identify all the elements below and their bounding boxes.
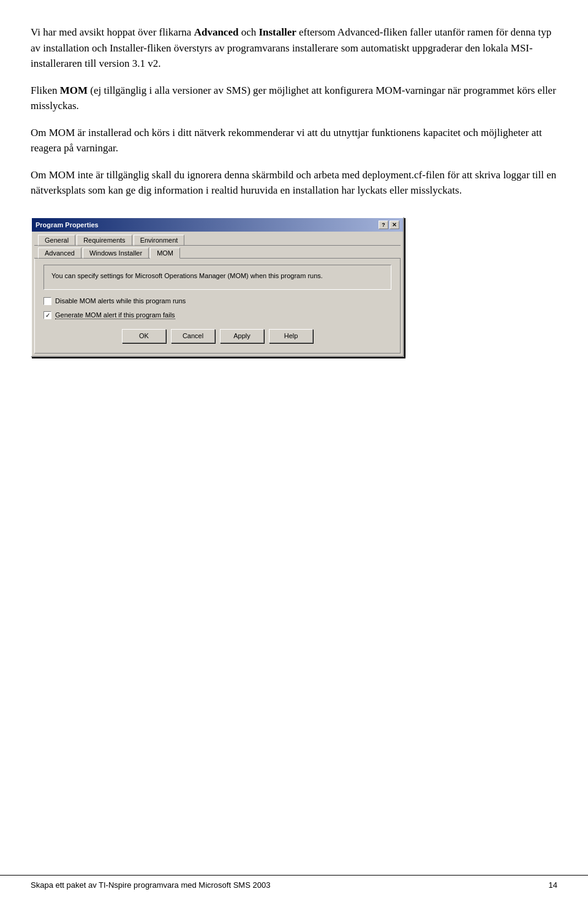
page-number: 14 [549,880,557,890]
tab-advanced[interactable]: Advanced [38,248,81,259]
apply-button[interactable]: Apply [220,329,264,343]
paragraph-2: Fliken MOM (ej tillgänglig i alla versio… [31,83,557,114]
ok-button[interactable]: OK [122,329,166,343]
tabs-row2: Advanced Windows Installer MOM [34,246,401,259]
help-titlebar-button[interactable]: ? [379,221,388,229]
help-button[interactable]: Help [269,329,313,343]
paragraph-4: Om MOM inte är tillgänglig skall du igno… [31,167,557,199]
page-footer: Skapa ett paket av TI-Nspire programvara… [0,875,588,890]
dialog-info-frame: You can specify settings for Microsoft O… [43,265,391,290]
tab-windows-installer[interactable]: Windows Installer [83,248,149,259]
dialog-title: Program Properties [36,221,99,229]
checkbox2-label: Generate MOM alert if this program fails [55,311,175,319]
dialog-info-text: You can specify settings for Microsoft O… [51,271,383,281]
tab-general[interactable]: General [38,235,75,246]
tabs-row1: General Requirements Environment [34,232,401,246]
footer-text: Skapa ett paket av TI-Nspire programvara… [31,880,270,890]
cancel-button[interactable]: Cancel [171,329,215,343]
dialog-container: Program Properties ? ✕ General Requireme… [31,217,557,357]
checkbox2-row: Generate MOM alert if this program fails [43,311,391,319]
checkbox1-row: Disable MOM alerts while this program ru… [43,297,391,305]
paragraph-1: Vi har med avsikt hoppat över flikarna A… [31,25,557,72]
checkbox2-input[interactable] [43,311,51,319]
titlebar-buttons: ? ✕ [379,221,399,229]
dialog-titlebar: Program Properties ? ✕ [32,218,403,232]
dialog-buttons: OK Cancel Apply Help [43,325,391,343]
dialog-body: You can specify settings for Microsoft O… [34,259,401,354]
tab-mom[interactable]: MOM [150,248,180,259]
paragraph-3: Om MOM är installerad och körs i ditt nä… [31,125,557,156]
close-titlebar-button[interactable]: ✕ [390,221,399,229]
tab-requirements[interactable]: Requirements [77,235,132,246]
dialog-window: Program Properties ? ✕ General Requireme… [31,217,404,357]
checkbox1-label: Disable MOM alerts while this program ru… [55,297,186,305]
tab-environment[interactable]: Environment [134,235,185,246]
checkbox1-input[interactable] [43,297,51,305]
